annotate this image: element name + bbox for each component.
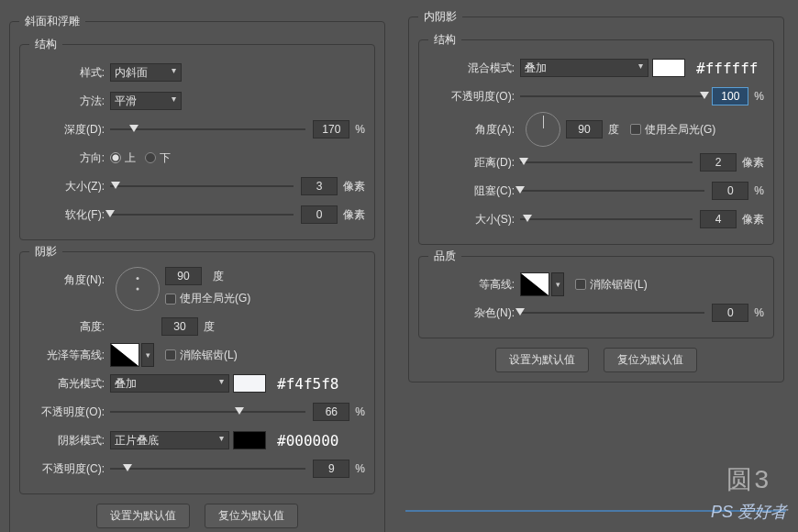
highlight-opacity-label: 不透明度(O): <box>29 405 110 420</box>
depth-input[interactable] <box>313 120 349 139</box>
is-angle-unit: 度 <box>608 122 619 138</box>
shadow-opacity-unit: % <box>355 462 365 475</box>
bevel-group-outer: 斜面和浮雕 结构 样式: 内斜面 方法: 平滑 深度(D): % 方向: 上 下 <box>9 14 385 532</box>
is-quality-title: 品质 <box>428 249 461 264</box>
altitude-unit: 度 <box>204 319 215 335</box>
angle-dial[interactable] <box>116 267 160 311</box>
noise-unit: % <box>754 306 764 319</box>
choke-input[interactable] <box>712 182 748 200</box>
highlight-color-swatch[interactable] <box>233 374 266 393</box>
highlight-opacity-input[interactable] <box>313 403 349 421</box>
technique-label: 方法: <box>29 94 110 109</box>
direction-label: 方向: <box>29 150 110 166</box>
distance-label: 距离(D): <box>428 155 520 171</box>
is-antialias-checkbox[interactable]: 消除锯齿(L) <box>575 277 648 293</box>
inner-shadow-quality-group: 品质 等高线: ▾ 消除锯齿(L) 杂色(N): % <box>418 249 774 338</box>
shadow-color-swatch[interactable] <box>233 431 266 449</box>
angle-unit: 度 <box>213 269 224 284</box>
highlight-color-text: #f4f5f8 <box>277 375 338 393</box>
noise-input[interactable] <box>712 304 748 322</box>
noise-slider[interactable] <box>520 306 704 319</box>
reset-default-button[interactable]: 复位为默认值 <box>205 504 298 528</box>
is-size-label: 大小(S): <box>428 212 520 227</box>
choke-label: 阻塞(C): <box>428 183 520 199</box>
shadow-opacity-input[interactable] <box>313 460 349 478</box>
is-opacity-slider[interactable] <box>520 90 704 103</box>
soften-input[interactable] <box>301 205 338 224</box>
style-select[interactable]: 内斜面 <box>110 63 182 82</box>
contour-picker[interactable]: ▾ <box>520 272 564 296</box>
is-size-input[interactable] <box>700 210 737 228</box>
direction-up-radio[interactable]: 上 <box>110 150 136 166</box>
inner-shadow-outer: 内阴影 结构 混合模式: 叠加 #ffffff 不透明度(O): % 角度(A)… <box>408 9 784 382</box>
is-global-light-checkbox[interactable]: 使用全局光(G) <box>630 122 715 138</box>
inner-shadow-structure-group: 结构 混合模式: 叠加 #ffffff 不透明度(O): % 角度(A): 度 … <box>418 32 774 245</box>
is-buttons: 设置为默认值 复位为默认值 <box>418 342 774 372</box>
blend-mode-select[interactable]: 叠加 <box>520 59 648 77</box>
bevel-structure-title: 结构 <box>29 37 62 52</box>
highlight-opacity-slider[interactable] <box>110 405 305 418</box>
highlight-opacity-unit: % <box>355 405 365 418</box>
depth-slider[interactable] <box>110 123 305 136</box>
distance-unit: 像素 <box>742 155 764 171</box>
shadow-color-text: #000000 <box>277 432 338 449</box>
shadow-mode-label: 阴影模式: <box>29 433 110 449</box>
bevel-structure-group: 结构 样式: 内斜面 方法: 平滑 深度(D): % 方向: 上 下 <box>19 37 375 240</box>
gloss-label: 光泽等高线: <box>29 348 110 363</box>
antialias-checkbox[interactable]: 消除锯齿(L) <box>165 348 238 363</box>
noise-label: 杂色(N): <box>428 305 520 321</box>
distance-input[interactable] <box>700 153 737 172</box>
is-reset-default-button[interactable]: 复位为默认值 <box>604 348 697 372</box>
bevel-shading-title: 阴影 <box>29 244 62 260</box>
global-light-checkbox[interactable]: 使用全局光(G) <box>165 291 250 306</box>
is-angle-input[interactable] <box>566 120 603 139</box>
size-unit: 像素 <box>343 179 365 194</box>
choke-unit: % <box>754 184 764 197</box>
shadow-opacity-slider[interactable] <box>110 462 305 475</box>
highlight-mode-label: 高光模式: <box>29 376 110 392</box>
gloss-contour-picker[interactable]: ▾ <box>110 343 154 367</box>
soften-label: 软化(F): <box>29 207 110 223</box>
size-slider[interactable] <box>110 180 294 193</box>
size-input[interactable] <box>301 177 338 195</box>
blend-label: 混合模式: <box>428 61 520 76</box>
choke-slider[interactable] <box>520 184 704 197</box>
style-label: 样式: <box>29 65 110 81</box>
blend-color-text: #ffffff <box>696 60 758 77</box>
distance-slider[interactable] <box>520 156 693 169</box>
is-size-slider[interactable] <box>520 213 693 226</box>
is-set-default-button[interactable]: 设置为默认值 <box>495 348 589 372</box>
shadow-opacity-label: 不透明度(C): <box>29 461 110 477</box>
highlight-mode-select[interactable]: 叠加 <box>110 374 229 393</box>
is-opacity-unit: % <box>754 90 764 103</box>
soften-unit: 像素 <box>343 207 365 223</box>
inner-shadow-panel: 内阴影 结构 混合模式: 叠加 #ffffff 不透明度(O): % 角度(A)… <box>408 9 784 386</box>
angle-input[interactable] <box>165 267 202 285</box>
blend-color-swatch[interactable] <box>652 59 685 77</box>
watermark-label: 圆3 <box>726 462 770 497</box>
watermark-source: PS 爱好者 <box>711 501 787 523</box>
shadow-mode-select[interactable]: 正片叠底 <box>110 431 229 449</box>
depth-label: 深度(D): <box>29 122 110 138</box>
bevel-buttons: 设置为默认值 复位为默认值 <box>19 498 375 528</box>
bevel-shading-group: 阴影 角度(N): 度 使用全局光(G) 高度: 度 光 <box>19 244 375 494</box>
is-angle-label: 角度(A): <box>428 122 520 138</box>
size-label: 大小(Z): <box>29 179 110 194</box>
is-angle-dial[interactable] <box>526 112 560 147</box>
technique-select[interactable]: 平滑 <box>110 92 182 110</box>
is-opacity-input[interactable] <box>712 87 748 105</box>
bevel-title: 斜面和浮雕 <box>19 14 85 29</box>
is-opacity-label: 不透明度(O): <box>428 89 520 105</box>
set-default-button[interactable]: 设置为默认值 <box>96 504 190 528</box>
contour-label: 等高线: <box>428 277 520 293</box>
is-structure-title: 结构 <box>428 32 461 48</box>
inner-shadow-title: 内阴影 <box>418 9 462 25</box>
altitude-input[interactable] <box>161 317 198 336</box>
is-size-unit: 像素 <box>742 212 764 227</box>
depth-unit: % <box>355 123 365 136</box>
direction-down-radio[interactable]: 下 <box>145 150 171 166</box>
bevel-emboss-panel: 斜面和浮雕 结构 样式: 内斜面 方法: 平滑 深度(D): % 方向: 上 下 <box>9 14 385 532</box>
angle-label: 角度(N): <box>29 267 110 288</box>
altitude-label: 高度: <box>29 319 110 335</box>
soften-slider[interactable] <box>110 208 294 221</box>
